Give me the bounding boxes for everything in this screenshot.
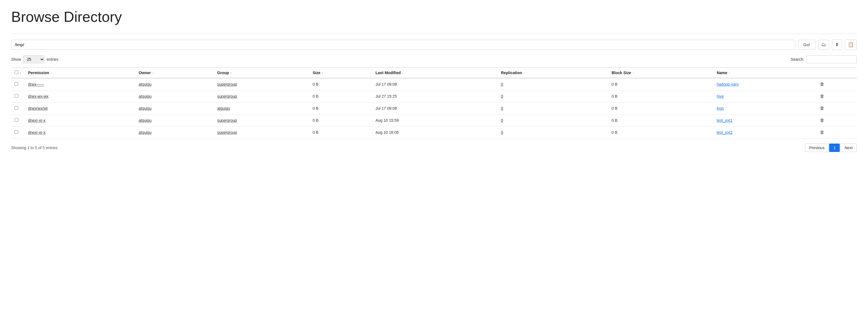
col-group: Group ↕	[214, 68, 309, 78]
col-last-modified-label: Last Modified	[376, 71, 401, 75]
select-all-checkbox[interactable]	[14, 71, 18, 74]
page-1-button[interactable]: 1	[829, 144, 840, 152]
col-block-size: Block Size ↕	[608, 68, 713, 78]
row-owner-3: atguigu	[135, 114, 214, 127]
sort-lastmod-icon[interactable]: ↕	[402, 72, 404, 75]
table-row: drwxrwxrwt atguigu atguigu 0 B Jul 17 09…	[11, 103, 857, 114]
upload-icon: ⬆	[835, 42, 839, 47]
col-owner-label: Owner	[139, 71, 151, 75]
row-lastmod-1: Jul 27 15:25	[372, 90, 498, 103]
row-delete-2: 🗑	[816, 103, 857, 114]
row-checkbox-3[interactable]	[14, 118, 18, 122]
search-area: Search:	[791, 55, 857, 63]
row-permission-2: drwxrwxrwt	[25, 103, 135, 114]
col-name-label: Name	[717, 71, 727, 75]
folder-button[interactable]: 🗂	[818, 40, 829, 50]
row-group-4: supergroup	[214, 127, 309, 139]
sort-permission-icon[interactable]: ↕	[51, 72, 52, 75]
sort-name-icon[interactable]: ↕	[729, 72, 731, 75]
folder-icon: 🗂	[821, 42, 826, 47]
sort-arrow-select: ↕	[20, 72, 22, 75]
row-delete-0: 🗑	[816, 78, 857, 90]
upload-button[interactable]: ⬆	[832, 39, 842, 50]
delete-icon-3[interactable]: 🗑	[820, 118, 825, 122]
sort-replication-icon[interactable]: ↕	[524, 72, 525, 75]
row-replication-0: 0	[497, 78, 608, 90]
row-blocksize-0: 0 B	[608, 78, 713, 90]
delete-icon-1[interactable]: 🗑	[820, 94, 825, 99]
row-name-2: logs	[713, 103, 816, 114]
row-group-1: supergroup	[214, 90, 309, 103]
col-permission: Permission ↕	[25, 68, 135, 78]
go-button[interactable]: Go!	[798, 40, 815, 50]
col-block-size-label: Block Size	[612, 71, 631, 75]
showing-text: Showing 1 to 5 of 5 entries	[11, 145, 58, 150]
path-input[interactable]	[11, 40, 795, 50]
row-delete-3: 🗑	[816, 114, 857, 127]
search-input[interactable]	[806, 55, 857, 63]
select-all-col: ↕	[11, 68, 25, 78]
row-group-2: atguigu	[214, 103, 309, 114]
row-owner-2: atguigu	[135, 103, 214, 114]
row-name-4: test_ext2	[713, 127, 816, 139]
delete-icon-4[interactable]: 🗑	[820, 130, 825, 135]
col-owner: Owner ↕	[135, 68, 214, 78]
table-row: drwx-wx-wx atguigu supergroup 0 B Jul 27…	[11, 90, 857, 103]
row-name-0: hadoop-yarn	[713, 78, 816, 90]
controls-row: Show 10 25 50 100 entries Search:	[11, 55, 857, 63]
row-delete-1: 🗑	[816, 90, 857, 103]
entries-select[interactable]: 10 25 50 100	[23, 55, 44, 63]
sort-blocksize-icon[interactable]: ↕	[632, 72, 634, 75]
row-lastmod-2: Jul 17 09:08	[372, 103, 498, 114]
row-group-3: supergroup	[214, 114, 309, 127]
row-checkbox-cell	[11, 103, 25, 114]
row-size-1: 0 B	[309, 90, 372, 103]
table-body: drwx------ atguigu supergroup 0 B Jul 17…	[11, 78, 857, 139]
row-blocksize-4: 0 B	[608, 127, 713, 139]
row-checkbox-cell	[11, 78, 25, 90]
row-checkbox-0[interactable]	[14, 82, 18, 86]
row-group-0: supergroup	[214, 78, 309, 90]
row-replication-3: 0	[497, 114, 608, 127]
row-owner-0: atguigu	[135, 78, 214, 90]
row-replication-1: 0	[497, 90, 608, 103]
list-button[interactable]: 📋	[845, 39, 857, 50]
row-blocksize-3: 0 B	[608, 114, 713, 127]
delete-icon-2[interactable]: 🗑	[820, 106, 825, 111]
col-actions	[816, 68, 857, 78]
row-name-1: hive	[713, 90, 816, 103]
show-entries: Show 10 25 50 100 entries	[11, 55, 58, 63]
row-checkbox-2[interactable]	[14, 106, 18, 110]
col-permission-label: Permission	[28, 71, 49, 75]
row-lastmod-3: Aug 10 15:59	[372, 114, 498, 127]
row-blocksize-2: 0 B	[608, 103, 713, 114]
table-row: drwxr-xr-x atguigu supergroup 0 B Aug 10…	[11, 114, 857, 127]
row-permission-0: drwx------	[25, 78, 135, 90]
row-size-3: 0 B	[309, 114, 372, 127]
row-checkbox-1[interactable]	[14, 94, 18, 98]
list-icon: 📋	[848, 42, 854, 47]
sort-group-icon[interactable]: ↕	[230, 72, 232, 75]
col-replication-label: Replication	[501, 71, 522, 75]
row-lastmod-4: Aug 10 16:05	[372, 127, 498, 139]
table-row: drwx------ atguigu supergroup 0 B Jul 17…	[11, 78, 857, 90]
row-owner-4: atguigu	[135, 127, 214, 139]
row-size-0: 0 B	[309, 78, 372, 90]
sort-size-icon[interactable]: ↕	[322, 72, 323, 75]
row-size-2: 0 B	[309, 103, 372, 114]
delete-icon-0[interactable]: 🗑	[820, 82, 825, 86]
row-checkbox-cell	[11, 127, 25, 139]
col-last-modified: Last Modified ↕	[372, 68, 498, 78]
previous-button[interactable]: Previous	[805, 144, 829, 152]
row-name-3: test_ext1	[713, 114, 816, 127]
row-lastmod-0: Jul 17 09:08	[372, 78, 498, 90]
col-group-label: Group	[217, 71, 229, 75]
row-checkbox-4[interactable]	[14, 130, 18, 134]
next-button[interactable]: Next	[840, 144, 857, 152]
footer-row: Showing 1 to 5 of 5 entries Previous 1 N…	[11, 144, 857, 152]
directory-table: ↕ Permission ↕ Owner ↕ Group ↕	[11, 67, 857, 139]
sort-owner-icon[interactable]: ↕	[152, 72, 154, 75]
row-delete-4: 🗑	[816, 127, 857, 139]
col-size: Size ↕	[309, 68, 372, 78]
col-size-label: Size	[313, 71, 320, 75]
